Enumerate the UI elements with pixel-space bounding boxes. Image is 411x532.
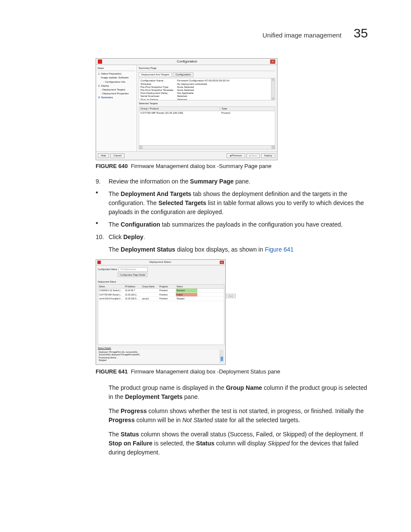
config-name-label: Configuration Name <box>98 268 117 271</box>
step-number: 9. <box>96 177 109 186</box>
help-button[interactable]: Help <box>98 153 109 158</box>
app-logo-icon <box>98 59 102 64</box>
selected-targets-title: Selected Targets <box>139 102 275 105</box>
deploy-button[interactable]: Deploy <box>261 153 275 158</box>
figure-641-link[interactable]: Figure 641 <box>265 246 294 253</box>
column-group-product: Group / Product <box>139 107 220 111</box>
cell-status: Failed <box>176 293 197 297</box>
definition-value: Selected <box>177 98 274 101</box>
definition-row: Configuration NameFirmware-Configuration… <box>140 79 274 82</box>
selected-targets-table: Group / Product Type ICX7750-48F Router … <box>139 106 275 149</box>
deployment-definition-area: Configuration NameFirmware-Configuration… <box>139 78 275 100</box>
vertical-scrollbar[interactable] <box>271 78 275 100</box>
dialog-footer: Help Cancel Previous Next Deploy <box>96 151 277 160</box>
bullet-configuration-tab: • The Configuration tab summarizes the p… <box>96 220 371 229</box>
caption-text: Firmware Management dialog box -Deployme… <box>131 368 280 375</box>
progress-paragraph: The Progress column shows whether the te… <box>109 407 371 425</box>
tab-deployment-and-targets[interactable]: Deployment And Targets <box>139 72 172 77</box>
cell-progress: Finished <box>159 293 176 297</box>
figure-640-caption: FIGURE 640 Firmware Management dialog bo… <box>96 163 371 169</box>
cancel-button[interactable]: Cancel <box>110 153 125 158</box>
cell-progress: Finished <box>159 297 176 301</box>
deployment-status-table: Name IP Address Group Name Progress Stat… <box>98 284 224 345</box>
status-details-box: Deployed: FIImageFirm.bin, successfully.… <box>98 350 224 363</box>
definition-key: Configuration Name <box>140 79 177 82</box>
vertical-scrollbar[interactable] <box>220 350 224 363</box>
step-9: 9. Review the information on the Summary… <box>96 177 371 186</box>
bullet-icon: • <box>96 220 109 229</box>
document-page: Unified image management 35 Configuratio… <box>0 0 411 532</box>
horizontal-scrollbar[interactable] <box>139 145 275 149</box>
cell-ip: 10.25.225.2… <box>124 293 141 297</box>
sidebar-item[interactable]: - Deployment Properties <box>97 92 135 96</box>
column-group-name: Group Name <box>141 285 159 289</box>
definition-key: Post-Deployment Delay <box>140 92 177 95</box>
table-row: ICX7750-48F Router [10…10.25.225.2…Finis… <box>98 293 224 297</box>
close-icon[interactable]: × <box>270 59 275 64</box>
definition-row: Stop on FailureSelected <box>140 98 274 101</box>
page-header: Unified image management 35 <box>262 26 368 40</box>
tab-configuration[interactable]: Configuration <box>173 72 193 77</box>
definition-key: Pre-Post Snapshot Type <box>140 86 177 89</box>
definition-key: Pre-Post Snapshot Template <box>140 89 177 92</box>
figure-641-dialog: Deployment Status × Configuration Name F… <box>96 259 226 365</box>
cell-type: Product <box>220 111 275 115</box>
cell-status: Skipped <box>176 297 197 301</box>
definition-value: None Selected <box>177 89 274 92</box>
close-icon[interactable]: × <box>220 261 224 264</box>
column-type: Type <box>220 107 275 111</box>
figure-640-dialog: Configuration × Steps 1. Select Payload(… <box>96 58 277 160</box>
body-text: 9. Review the information on the Summary… <box>96 177 371 457</box>
cell-name: nsvrti-226-24.englab.br… <box>98 297 124 301</box>
definition-key: Schedule <box>140 83 177 86</box>
definition-key: Serial Download <box>140 95 177 98</box>
abort-button[interactable]: Abort <box>226 294 236 299</box>
definition-row: ScheduleNo deployment scheduled. <box>140 83 274 86</box>
cell-progress: Finished <box>159 289 176 292</box>
group-name-paragraph: The product group name is displayed in t… <box>109 383 371 401</box>
definition-row: Post-Deployment DelayNot Applicable <box>140 92 274 95</box>
status-paragraph: The Status column shows the overall stat… <box>109 430 371 457</box>
summary-tabs: Deployment And Targets Configuration <box>139 72 275 77</box>
cell-product: ICX7750-48F Router [10.25.225.230] <box>139 111 220 115</box>
dialog-titlebar: Configuration × <box>96 59 277 65</box>
dialog-title: Configuration <box>104 59 270 64</box>
column-name: Name <box>98 285 124 289</box>
app-logo-icon <box>97 261 101 264</box>
definition-value: Not Applicable <box>177 92 274 95</box>
sidebar-item[interactable]: 2. Deploy <box>97 84 135 88</box>
cell-group <box>141 293 159 297</box>
column-status: Status <box>176 285 197 289</box>
summary-page-title: Summary Page <box>139 67 275 71</box>
bullet-deployment-targets: • The Deployment And Targets tab shows t… <box>96 190 371 217</box>
column-progress: Progress <box>159 285 176 289</box>
sidebar-item[interactable]: 3. Summary <box>97 96 135 100</box>
step-10: 10. Click Deploy. <box>96 233 371 242</box>
sidebar-item[interactable]: 1. Select Payload(s) <box>97 72 135 76</box>
next-button[interactable]: Next <box>246 153 260 158</box>
table-row: ICX6450-C12 Switch [1…10.24.90.7Finished… <box>98 289 224 293</box>
caption-label: FIGURE 640 <box>96 163 128 169</box>
table-row: ICX7750-48F Router [10.25.225.230] Produ… <box>139 111 275 115</box>
page-number: 35 <box>354 26 368 40</box>
summary-pane: Summary Page Deployment And Targets Conf… <box>137 65 277 151</box>
step-number: 10. <box>96 233 109 242</box>
cell-status: Success <box>176 289 197 292</box>
config-name-row: Configuration Name FirmDeployment <box>98 267 224 272</box>
previous-button[interactable]: Previous <box>227 153 245 158</box>
cell-group: group1 <box>141 297 159 301</box>
sidebar-item[interactable]: - Deployment Targets <box>97 88 135 92</box>
definition-row: Pre-Post Snapshot TypeNone Selected <box>140 86 274 89</box>
page-content: Configuration × Steps 1. Select Payload(… <box>96 58 371 462</box>
definition-key: Stop on Failure <box>140 98 177 101</box>
deployment-status-title: Deployment Status <box>98 280 224 283</box>
sidebar-title: Steps <box>97 67 135 71</box>
definition-row: Pre-Post Snapshot TemplateNone Selected <box>140 89 274 92</box>
cell-name: ICX7750-48F Router [10… <box>98 293 124 297</box>
sidebar-item[interactable]: - Configuration Info <box>97 80 135 84</box>
config-name-field[interactable]: FirmDeployment <box>118 267 148 272</box>
config-page-details-button[interactable]: Configuration Page Details <box>118 273 147 277</box>
column-ip-address: IP Address <box>124 285 141 289</box>
sidebar-item[interactable]: Image Update: Software <box>97 76 135 80</box>
wizard-steps-sidebar: Steps 1. Select Payload(s)Image Update: … <box>96 65 137 151</box>
